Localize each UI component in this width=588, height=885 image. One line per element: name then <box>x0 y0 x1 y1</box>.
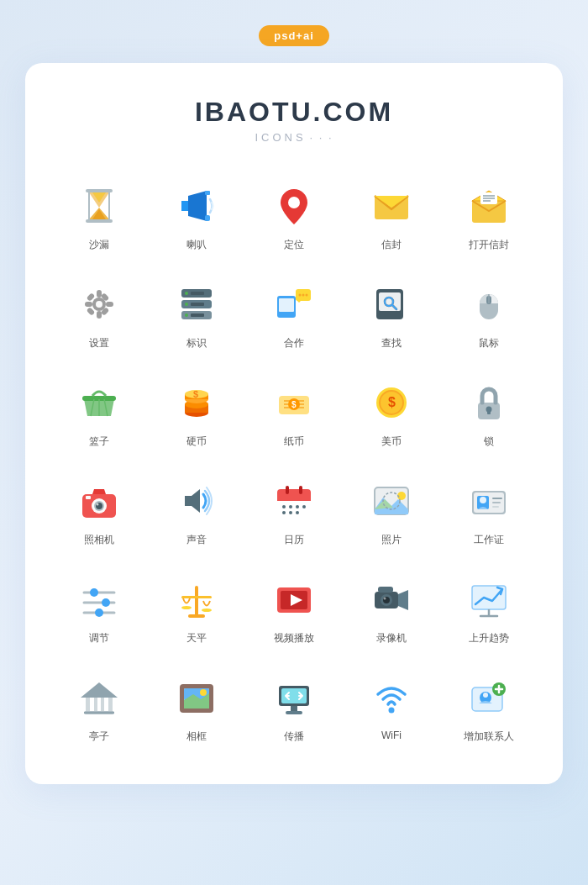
svg-rect-18 <box>106 302 113 307</box>
svg-point-88 <box>296 511 299 514</box>
icon-camera: 照相机 <box>50 469 148 554</box>
svg-point-37 <box>306 294 308 297</box>
svg-point-83 <box>289 505 292 508</box>
icon-calendar-label: 日历 <box>284 533 304 547</box>
icon-basket-label: 篮子 <box>89 435 109 449</box>
icon-camcorder: 录像机 <box>343 567 440 652</box>
icon-envelope: 信封 <box>343 174 440 259</box>
svg-point-86 <box>282 511 286 514</box>
svg-rect-16 <box>97 311 102 319</box>
svg-rect-106 <box>195 586 198 616</box>
svg-point-118 <box>384 598 386 600</box>
icon-hourglass: 沙漏 <box>50 174 148 259</box>
svg-point-36 <box>302 294 305 297</box>
svg-rect-126 <box>94 698 97 713</box>
icon-cooperation: 合作 <box>245 272 343 357</box>
icon-megaphone: 喇叭 <box>148 174 245 259</box>
icon-envelope-label: 信封 <box>381 238 402 252</box>
icon-wifi: WiFi <box>343 666 440 751</box>
svg-rect-81 <box>299 486 302 494</box>
icon-balance-label: 天平 <box>186 631 207 645</box>
icon-sound: 声音 <box>148 469 245 554</box>
svg-point-139 <box>389 708 395 714</box>
icon-id-card-label: 工作证 <box>474 533 504 547</box>
icon-coin-label: 硬币 <box>186 435 207 449</box>
svg-point-84 <box>296 505 299 508</box>
icon-mouse: 鼠标 <box>440 272 538 357</box>
svg-point-103 <box>102 598 110 607</box>
icon-trend-up-label: 上升趋势 <box>469 631 509 645</box>
icon-mouse-label: 鼠标 <box>479 336 499 350</box>
svg-text:$: $ <box>388 395 396 409</box>
svg-point-87 <box>289 511 292 514</box>
svg-rect-17 <box>85 302 92 307</box>
svg-rect-5 <box>205 215 210 221</box>
svg-rect-15 <box>97 290 102 298</box>
svg-point-105 <box>95 608 103 617</box>
svg-point-101 <box>90 588 98 597</box>
format-badge: psd+ai <box>259 25 329 46</box>
svg-rect-125 <box>108 698 113 713</box>
svg-rect-33 <box>279 298 294 312</box>
svg-point-143 <box>483 693 488 698</box>
icon-camera-label: 照相机 <box>84 533 114 547</box>
icon-open-envelope: 打开信封 <box>440 174 538 259</box>
icon-server-label: 标识 <box>186 336 207 350</box>
svg-rect-124 <box>86 698 90 713</box>
card-title: IBAOTU.COM <box>50 97 538 128</box>
icon-cooperation-label: 合作 <box>284 336 304 350</box>
svg-rect-119 <box>378 587 393 593</box>
svg-point-26 <box>185 292 188 295</box>
card-subtitle: ICONS · · · <box>50 131 538 144</box>
icon-adjust: 调节 <box>50 567 148 652</box>
svg-rect-99 <box>492 506 499 508</box>
icon-megaphone-label: 喇叭 <box>186 238 207 252</box>
svg-text:$: $ <box>193 389 198 399</box>
svg-point-109 <box>181 606 192 609</box>
svg-rect-0 <box>86 189 113 192</box>
svg-rect-1 <box>86 219 113 223</box>
svg-rect-76 <box>86 496 91 499</box>
svg-text:$: $ <box>291 400 297 409</box>
svg-rect-80 <box>286 486 289 494</box>
svg-rect-97 <box>492 498 502 499</box>
svg-point-96 <box>480 497 486 503</box>
svg-rect-98 <box>492 502 501 503</box>
icon-photo-frame: 相框 <box>148 666 245 751</box>
svg-rect-4 <box>205 191 210 195</box>
svg-point-27 <box>185 303 188 306</box>
icon-location: 定位 <box>245 174 343 259</box>
icon-trend-up: 上升趋势 <box>440 567 538 652</box>
svg-point-28 <box>185 313 188 317</box>
svg-point-35 <box>299 294 302 297</box>
icon-broadcast-label: 传播 <box>284 730 304 744</box>
svg-rect-31 <box>191 313 204 317</box>
icon-lock: 锁 <box>440 371 538 456</box>
svg-rect-137 <box>291 706 297 711</box>
icon-lock-label: 锁 <box>484 435 494 449</box>
svg-rect-70 <box>487 409 491 414</box>
icon-search-label: 查找 <box>381 336 402 350</box>
svg-point-82 <box>282 505 286 508</box>
svg-point-85 <box>302 505 306 508</box>
svg-point-75 <box>97 503 99 506</box>
svg-point-14 <box>96 301 102 308</box>
icon-add-contact-label: 增加联系人 <box>464 730 514 744</box>
icon-photo-frame-label: 相框 <box>186 730 207 744</box>
icon-camcorder-label: 录像机 <box>376 631 407 645</box>
icon-calendar: 日历 <box>245 469 343 554</box>
icon-video-play: 视频播放 <box>245 567 343 652</box>
icon-hourglass-label: 沙漏 <box>89 238 109 252</box>
svg-point-134 <box>200 689 207 696</box>
icon-pavilion-label: 亭子 <box>89 730 109 744</box>
icon-wifi-label: WiFi <box>381 730 402 741</box>
main-card: IBAOTU.COM ICONS · · · <box>25 63 563 784</box>
icon-sound-label: 声音 <box>186 533 207 547</box>
svg-rect-39 <box>379 292 401 311</box>
svg-rect-29 <box>191 292 204 295</box>
icon-search: 查找 <box>343 272 440 357</box>
icon-balance: 天平 <box>148 567 245 652</box>
icon-settings-label: 设置 <box>89 336 109 350</box>
svg-rect-107 <box>188 614 205 618</box>
icon-server: 标识 <box>148 272 245 357</box>
